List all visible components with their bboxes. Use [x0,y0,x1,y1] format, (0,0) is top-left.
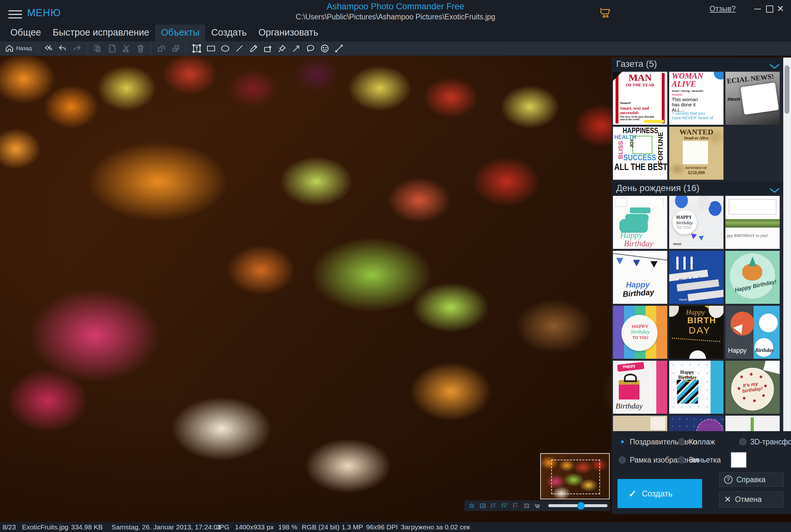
thumb-text: BIRTH [687,316,716,325]
minimize-button[interactable] [753,4,763,14]
fit-width-icon[interactable] [489,501,499,510]
cart-icon[interactable] [598,5,613,20]
original-size-icon[interactable] [511,501,521,510]
radio-greeting-card-label[interactable]: Поздравительная о [630,438,697,446]
cancel-button[interactable]: ✕ Отмена [719,491,784,508]
ribbon-tabs: Общее Быстрое исправление Объекты Создат… [0,25,791,41]
tab-objects[interactable]: Объекты [155,24,206,41]
pen-tool-icon[interactable] [247,42,261,55]
cancel-button-label: Отмена [735,495,762,504]
insert-image-icon[interactable] [261,42,275,55]
fit-image-icon[interactable] [478,501,487,510]
tab-create[interactable]: Создать [205,24,252,41]
template-thumb-birthday-cat[interactable]: Happy Birthday! [726,251,780,304]
segment-tool-icon[interactable] [332,42,346,55]
template-thumb-man-of-the-year[interactable]: MAN OF THE YEAR #name# Smart, sexy and s… [613,72,667,125]
thumb-text: ALIVE [672,80,696,88]
template-thumb-birthday-gift[interactable]: Happy Birthday [613,361,667,414]
delete-icon[interactable] [133,42,148,55]
bring-forward-icon[interactable] [154,42,169,55]
undo-icon[interactable] [56,42,70,55]
ellipse-tool-icon[interactable] [218,42,232,55]
chevron-down-icon[interactable] [769,61,780,67]
no-fit-icon[interactable] [522,501,532,510]
template-thumb-birthday-cake-slice[interactable]: Happy Birthday [726,306,780,359]
template-thumb-birthday-balloons[interactable]: HAPPY birthday TO YOU #text# [669,196,724,249]
radio-3d-transform-label[interactable]: 3D-трансформаци [750,438,791,446]
template-thumb-wanted[interactable]: WANTED Dead or Alive REWARD OF $250,000 [669,127,724,180]
template-thumb-birthday-doily-cake[interactable]: It's my birthday! [726,361,780,414]
status-image-index: 8/23 [3,523,16,531]
thumb-text: #name# [672,93,683,96]
template-thumb-birthday-gold[interactable]: Happy BIRTH DAY [669,306,724,359]
template-thumb-birthday-striped-gift[interactable]: Happy Birthday [669,361,724,414]
question-icon: ? [724,475,733,484]
thumb-text: Birthday [616,402,643,410]
radio-vignette-label[interactable]: Виньетка [689,456,721,464]
section-title: День рождения (16) [616,183,699,193]
radio-image-frame[interactable] [619,456,626,463]
color-swatch[interactable] [731,452,747,468]
text-tool-icon[interactable] [190,42,204,55]
template-thumb-partial-1[interactable] [613,416,667,431]
pan-cart-icon[interactable] [533,501,542,510]
radio-vignette[interactable] [678,456,685,463]
radio-image-frame-label[interactable]: Рамка изображения [630,456,699,464]
pin-tool-icon[interactable] [275,42,289,55]
status-date: Samstag, 26. Januar 2013, 17:24:01 [112,523,221,531]
back-button[interactable]: Назад [3,42,35,55]
cut-icon[interactable] [119,42,133,55]
favorite-star-icon[interactable] [467,501,477,510]
paste-icon[interactable] [105,42,119,55]
arrow-tool-icon[interactable] [289,42,304,55]
tab-quick-fix[interactable]: Быстрое исправление [47,24,155,41]
menu-button[interactable]: МЕНЮ [27,7,61,19]
panel-scrollbar[interactable] [783,58,791,431]
maximize-button[interactable] [765,4,774,14]
hamburger-menu-icon[interactable] [8,8,22,17]
create-button[interactable]: ✓ Создать [617,479,702,508]
section-header-gazeta[interactable]: Газета (5) [612,58,791,71]
line-tool-icon[interactable] [232,42,247,55]
close-button[interactable]: ✕ [775,4,785,14]
tab-organize[interactable]: Организовать [253,24,324,41]
template-thumb-birthday-cake[interactable]: Happy Birthday [613,196,667,249]
redo-icon[interactable] [70,42,84,55]
undo-all-icon[interactable] [41,42,56,55]
section-header-birthday[interactable]: День рождения (16) [612,182,791,194]
template-thumb-woman-alive[interactable]: WOMAN ALIVE Smart • Strong • Beautiful #… [669,72,724,125]
scrollbar-thumb[interactable] [785,65,789,114]
radio-3d-transform[interactable] [739,438,747,445]
template-thumb-birthday-bunting[interactable]: Happy Birthday [613,251,667,304]
options-row-1: Поздравительная о Коллаж 3D-трансформаци [612,438,791,448]
chevron-down-icon[interactable] [769,185,780,191]
speech-bubble-tool-icon[interactable] [304,42,317,55]
template-thumb-partial-3[interactable] [726,416,780,431]
feedback-link[interactable]: Отзыв? [710,4,736,13]
rectangle-tool-icon[interactable] [204,42,218,55]
zoom-slider[interactable] [548,504,607,507]
template-thumb-partial-2[interactable] [669,416,724,431]
fit-height-icon[interactable] [500,501,509,510]
template-thumb-all-the-best[interactable]: HAPPINESS HEALTH JOY BLISS SUCCESS FORTU… [613,127,667,180]
zoom-slider-thumb[interactable] [577,502,584,509]
thumb-text: Happy [680,370,694,375]
template-thumb-birthday-ribbon[interactable]: ppy BIRTHDAY to you! [726,196,780,249]
navigator-viewport-rect[interactable] [551,460,600,494]
status-format: JPG [216,523,229,531]
radio-collage-label[interactable]: Коллаж [689,438,715,446]
tab-general[interactable]: Общее [4,24,47,41]
template-thumb-birthday-candles[interactable]: py Birthday! #text# [669,251,724,304]
template-thumb-birthday-rainbow[interactable]: HAPPY birthday TO YOU [613,306,667,359]
copy-icon[interactable] [91,42,105,55]
decor [633,260,640,270]
send-backward-icon[interactable] [169,42,183,55]
template-thumb-special-news[interactable]: ECIAL NEWS! #text# [726,72,780,125]
radio-greeting-card[interactable] [619,438,626,445]
navigator-minimap[interactable] [540,453,610,499]
thumb-text: 7 secrets that you have NEVER heard of [672,111,714,120]
help-button[interactable]: ? Справка [719,473,784,487]
thumb-text: Birthday [622,288,654,298]
radio-collage[interactable] [678,438,685,445]
smiley-tool-icon[interactable] [317,42,332,55]
